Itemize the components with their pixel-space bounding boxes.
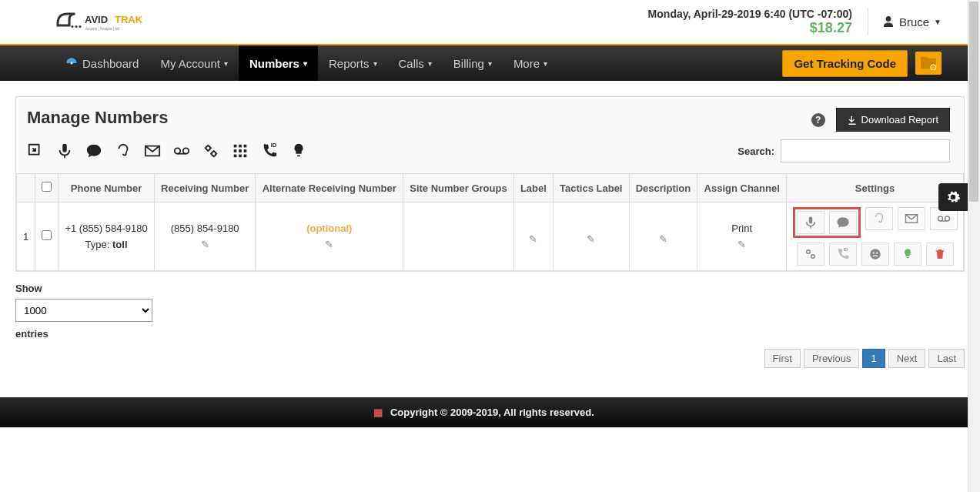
svg-text:AVID: AVID bbox=[85, 14, 108, 25]
manage-numbers-panel: Manage Numbers ? Download Report ID bbox=[15, 96, 965, 272]
row-checkbox[interactable] bbox=[42, 230, 52, 240]
svg-point-26 bbox=[806, 250, 810, 254]
setting-email-button[interactable] bbox=[898, 207, 925, 230]
scrollbar-thumb[interactable] bbox=[969, 2, 978, 202]
assign-channel-value: Print bbox=[704, 223, 780, 234]
grid-icon[interactable] bbox=[232, 142, 249, 159]
cell-tactics-label: ✎ bbox=[553, 202, 629, 271]
caret-down-icon: ▾ bbox=[544, 59, 547, 68]
ear-icon[interactable] bbox=[115, 142, 132, 159]
nav-reports-label: Reports bbox=[329, 57, 370, 70]
nav-dashboard[interactable]: Dashboard bbox=[54, 45, 149, 81]
top-bar: AVID TRAK Acquire | Analyze | Act Monday… bbox=[0, 0, 980, 44]
col-assign-channel[interactable]: Assign Channel bbox=[697, 174, 787, 202]
col-alt-receiving-number[interactable]: Alternate Receiving Number bbox=[256, 174, 403, 202]
voicemail-icon[interactable] bbox=[173, 142, 190, 159]
caller-id-icon[interactable]: ID bbox=[261, 142, 278, 159]
cell-site-number-groups bbox=[403, 202, 514, 271]
caret-down-icon: ▾ bbox=[224, 59, 228, 68]
call-forward-icon[interactable] bbox=[27, 142, 44, 159]
side-settings-button[interactable] bbox=[938, 183, 968, 211]
setting-spam-button[interactable] bbox=[861, 243, 889, 266]
user-menu[interactable]: Bruce ▼ bbox=[868, 8, 942, 35]
svg-rect-15 bbox=[239, 145, 242, 148]
svg-rect-8 bbox=[921, 57, 928, 61]
brand-logo[interactable]: AVID TRAK Acquire | Analyze | Act bbox=[54, 6, 169, 37]
cell-alt-receiving-number: (optional) ✎ bbox=[256, 202, 403, 271]
setting-whisper-button[interactable] bbox=[865, 207, 893, 230]
page-current-button[interactable]: 1 bbox=[862, 349, 885, 368]
gears-icon[interactable] bbox=[202, 142, 219, 159]
svg-rect-14 bbox=[234, 145, 237, 148]
col-tactics-label[interactable]: Tactics Label bbox=[553, 174, 629, 202]
numbers-table: Phone Number Receiving Number Alternate … bbox=[16, 173, 964, 271]
lightbulb-icon[interactable] bbox=[290, 142, 307, 159]
datetime-label: Monday, April-29-2019 6:40 (UTC -07:00) bbox=[648, 8, 852, 20]
svg-point-0 bbox=[72, 25, 74, 28]
page-previous-button[interactable]: Previous bbox=[804, 349, 860, 368]
edit-icon[interactable]: ✎ bbox=[587, 233, 595, 245]
dashboard-icon bbox=[65, 56, 79, 70]
page-last-button[interactable]: Last bbox=[928, 349, 965, 368]
home-folder-button[interactable] bbox=[915, 52, 942, 75]
caret-down-icon: ▼ bbox=[934, 18, 942, 26]
setting-microphone-button[interactable] bbox=[797, 211, 824, 234]
show-label: Show bbox=[15, 283, 965, 294]
edit-icon[interactable]: ✎ bbox=[659, 233, 667, 245]
content-area: Manage Numbers ? Download Report ID bbox=[0, 81, 980, 387]
col-receiving-number[interactable]: Receiving Number bbox=[154, 174, 256, 202]
download-report-button[interactable]: Download Report bbox=[836, 108, 950, 132]
page-next-button[interactable]: Next bbox=[888, 349, 926, 368]
mail-icon[interactable] bbox=[144, 142, 161, 159]
cell-description: ✎ bbox=[629, 202, 697, 271]
col-site-number-groups[interactable]: Site Number Groups bbox=[403, 174, 514, 202]
svg-rect-21 bbox=[239, 155, 242, 158]
setting-insights-button[interactable] bbox=[894, 243, 921, 266]
type-label: Type: bbox=[85, 239, 110, 250]
footer-copyright: Copyright © 2009-2019, All rights reserv… bbox=[390, 407, 594, 418]
cell-assign-channel: Print ✎ bbox=[697, 202, 787, 271]
microphone-icon[interactable] bbox=[56, 142, 73, 159]
svg-point-13 bbox=[212, 152, 216, 156]
nav-calls-label: Calls bbox=[399, 57, 424, 70]
nav-billing-label: Billing bbox=[453, 57, 484, 70]
vertical-scrollbar[interactable] bbox=[968, 0, 980, 492]
edit-icon[interactable]: ✎ bbox=[529, 233, 537, 245]
list-controls: Show 1000 entries bbox=[15, 272, 965, 343]
table-row: 1 +1 (855) 584-9180 Type: toll (855) 854… bbox=[17, 202, 964, 271]
col-description[interactable]: Description bbox=[629, 174, 697, 202]
setting-advanced-button[interactable] bbox=[797, 243, 824, 266]
nav-reports[interactable]: Reports▾ bbox=[318, 45, 388, 81]
caret-down-icon: ▾ bbox=[373, 59, 377, 68]
download-icon bbox=[848, 115, 857, 125]
setting-delete-button[interactable] bbox=[926, 243, 954, 266]
col-phone-number[interactable]: Phone Number bbox=[59, 174, 155, 202]
setting-chat-button[interactable] bbox=[829, 211, 857, 234]
gear-icon bbox=[945, 189, 961, 205]
svg-rect-17 bbox=[234, 149, 237, 152]
get-tracking-code-button[interactable]: Get Tracking Code bbox=[782, 50, 908, 77]
search-input[interactable] bbox=[781, 139, 950, 162]
col-label[interactable]: Label bbox=[513, 174, 553, 202]
show-entries-select[interactable]: 1000 bbox=[15, 299, 152, 322]
nav-calls[interactable]: Calls▾ bbox=[388, 45, 443, 81]
pagination: First Previous 1 Next Last bbox=[15, 343, 965, 379]
chat-icon[interactable] bbox=[85, 142, 102, 159]
nav-billing[interactable]: Billing▾ bbox=[443, 45, 503, 81]
setting-caller-id-button[interactable]: ID bbox=[829, 243, 857, 266]
edit-icon[interactable]: ✎ bbox=[738, 239, 746, 250]
select-all-checkbox[interactable] bbox=[42, 182, 52, 192]
svg-point-27 bbox=[811, 255, 814, 259]
nav-my-account[interactable]: My Account▾ bbox=[149, 45, 239, 81]
account-balance: $18.27 bbox=[648, 20, 852, 36]
help-button[interactable]: ? bbox=[811, 113, 825, 127]
edit-icon[interactable]: ✎ bbox=[201, 239, 209, 250]
edit-icon[interactable]: ✎ bbox=[325, 239, 333, 250]
svg-point-29 bbox=[870, 249, 881, 259]
nav-numbers[interactable]: Numbers▾ bbox=[239, 45, 318, 81]
page-first-button[interactable]: First bbox=[764, 349, 801, 368]
caret-down-icon: ▾ bbox=[428, 59, 432, 68]
nav-more[interactable]: More▾ bbox=[503, 45, 558, 81]
main-nav: Dashboard My Account▾ Numbers▾ Reports▾ … bbox=[0, 44, 980, 81]
svg-point-11 bbox=[183, 148, 189, 153]
